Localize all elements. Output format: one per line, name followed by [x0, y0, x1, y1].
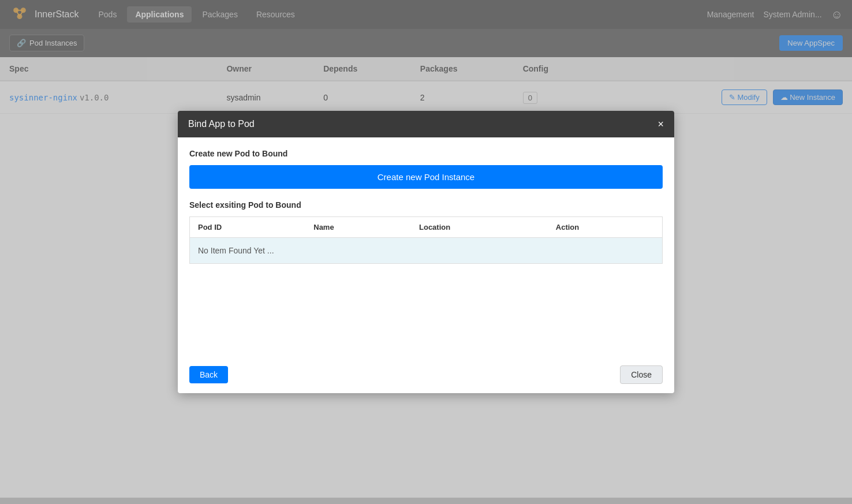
modal-header: Bind App to Pod ×	[178, 111, 674, 137]
select-section-label: Select exsiting Pod to Bound	[189, 200, 663, 210]
pod-col-name: Name	[305, 217, 411, 238]
no-item-text: No Item Found Yet ...	[190, 238, 663, 264]
back-button[interactable]: Back	[189, 366, 228, 383]
modal-overlay: Bind App to Pod × Create new Pod to Boun…	[0, 0, 852, 498]
modal-footer: Back Close	[178, 356, 674, 393]
modal-close-button[interactable]: ×	[657, 119, 664, 129]
close-button[interactable]: Close	[620, 365, 663, 384]
pod-table-header: Pod ID Name Location Action	[190, 217, 663, 238]
create-section-label: Create new Pod to Bound	[189, 149, 663, 158]
modal-title: Bind App to Pod	[188, 119, 255, 129]
modal-empty-space	[189, 264, 663, 356]
pod-col-location: Location	[411, 217, 548, 238]
modal: Bind App to Pod × Create new Pod to Boun…	[178, 111, 674, 393]
create-pod-instance-button[interactable]: Create new Pod Instance	[189, 165, 663, 189]
pod-table: Pod ID Name Location Action No Item Foun…	[189, 216, 663, 264]
modal-body: Create new Pod to Bound Create new Pod I…	[178, 137, 674, 356]
no-item-row: No Item Found Yet ...	[190, 238, 663, 264]
pod-col-action: Action	[548, 217, 663, 238]
pod-col-id: Pod ID	[190, 217, 306, 238]
